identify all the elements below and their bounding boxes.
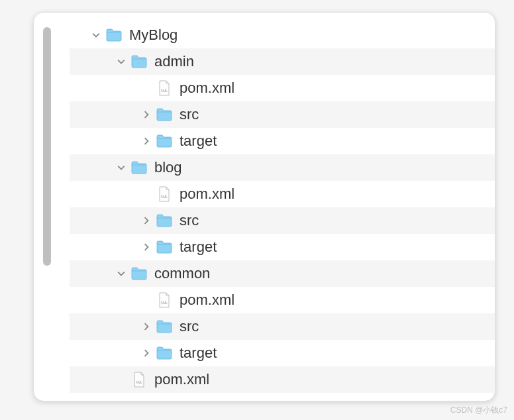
tree-item-common-target[interactable]: target bbox=[70, 340, 495, 366]
tree-item-blog-target[interactable]: target bbox=[70, 234, 495, 260]
tree-item-label: target bbox=[180, 344, 217, 362]
folder-icon bbox=[156, 344, 173, 362]
scrollbar-track[interactable] bbox=[43, 27, 51, 266]
svg-text:XML: XML bbox=[136, 380, 143, 384]
tree-item-common-src[interactable]: src bbox=[70, 313, 495, 340]
folder-icon bbox=[156, 132, 173, 150]
tree-item-blog-src[interactable]: src bbox=[70, 207, 495, 234]
tree-item-admin-target[interactable]: target bbox=[70, 128, 495, 154]
chevron-down-icon[interactable] bbox=[115, 58, 128, 66]
file-tree-panel: MyBlog admin XML pom.xml bbox=[33, 12, 495, 401]
chevron-right-icon[interactable] bbox=[140, 111, 153, 119]
tree-item-common-pom[interactable]: XML pom.xml bbox=[70, 287, 495, 313]
tree-item-admin-src[interactable]: src bbox=[70, 101, 495, 128]
tree-item-admin-pom[interactable]: XML pom.xml bbox=[70, 75, 495, 101]
svg-text:XML: XML bbox=[161, 89, 168, 93]
folder-icon bbox=[130, 53, 148, 70]
xml-file-icon: XML bbox=[156, 291, 173, 309]
chevron-right-icon[interactable] bbox=[140, 323, 153, 331]
tree-item-blog[interactable]: blog bbox=[70, 154, 495, 181]
folder-icon bbox=[105, 26, 123, 44]
tree-item-label: MyBlog bbox=[129, 26, 178, 44]
tree-item-label: pom.xml bbox=[180, 185, 234, 203]
tree-item-label: target bbox=[180, 238, 217, 256]
svg-text:XML: XML bbox=[161, 301, 168, 305]
xml-file-icon: XML bbox=[156, 185, 173, 203]
tree-item-label: common bbox=[154, 265, 210, 282]
chevron-down-icon[interactable] bbox=[89, 31, 103, 39]
svg-text:XML: XML bbox=[161, 195, 168, 199]
tree-item-label: pom.xml bbox=[180, 291, 234, 309]
chevron-right-icon[interactable] bbox=[140, 137, 153, 145]
chevron-right-icon[interactable] bbox=[140, 349, 153, 357]
tree-item-label: src bbox=[180, 106, 199, 123]
tree-item-admin[interactable]: admin bbox=[70, 48, 495, 75]
folder-icon bbox=[130, 265, 148, 282]
folder-icon bbox=[156, 106, 173, 123]
file-tree: MyBlog admin XML pom.xml bbox=[34, 13, 495, 393]
folder-icon bbox=[156, 318, 173, 335]
tree-item-myblog[interactable]: MyBlog bbox=[70, 22, 495, 48]
chevron-right-icon[interactable] bbox=[140, 217, 153, 225]
chevron-right-icon[interactable] bbox=[140, 243, 153, 251]
tree-item-label: pom.xml bbox=[154, 371, 209, 388]
xml-file-icon: XML bbox=[156, 79, 173, 97]
tree-item-label: src bbox=[180, 212, 199, 229]
folder-icon bbox=[156, 212, 173, 229]
folder-icon bbox=[156, 238, 173, 256]
folder-icon bbox=[130, 159, 148, 176]
tree-item-label: admin bbox=[154, 53, 194, 70]
tree-item-label: pom.xml bbox=[180, 79, 234, 97]
tree-item-label: src bbox=[180, 318, 199, 335]
xml-file-icon: XML bbox=[130, 371, 148, 388]
watermark: CSDN @小钱c7 bbox=[450, 405, 507, 416]
tree-item-root-pom[interactable]: XML pom.xml bbox=[70, 366, 495, 393]
tree-item-label: blog bbox=[154, 159, 182, 176]
tree-item-common[interactable]: common bbox=[70, 260, 495, 287]
chevron-down-icon[interactable] bbox=[115, 270, 128, 278]
scrollbar-thumb[interactable] bbox=[43, 27, 51, 266]
tree-item-blog-pom[interactable]: XML pom.xml bbox=[70, 181, 495, 207]
chevron-down-icon[interactable] bbox=[115, 164, 128, 172]
tree-item-label: target bbox=[180, 132, 217, 150]
